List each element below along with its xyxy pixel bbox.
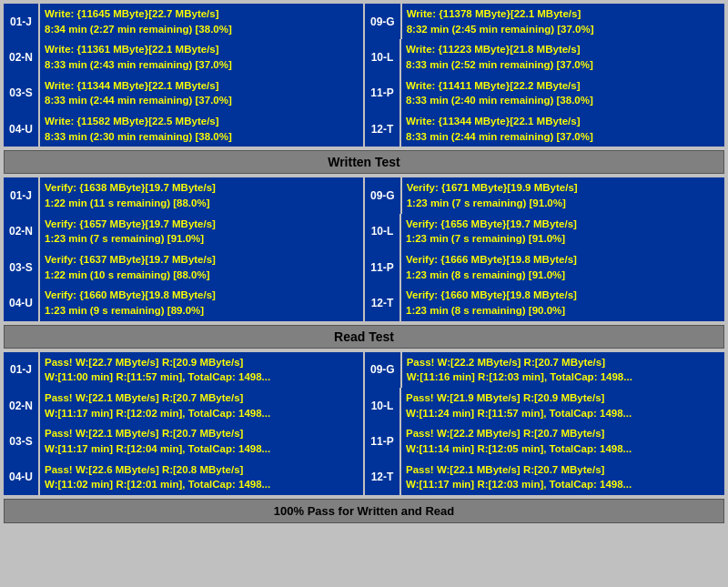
- data-line2: 1:23 min (8 s remaining) [90.0%]: [406, 303, 720, 319]
- data-line2: 8:33 min (2:44 min remaining) [37.0%]: [45, 93, 359, 108]
- device-id: 01-J: [4, 352, 38, 388]
- data-line1: Write: {11344 MByte}[22.1 MByte/s]: [45, 78, 359, 94]
- data-row: 01-J Pass! W:[22.7 MByte/s] R:[20.9 MByt…: [4, 352, 724, 388]
- device-id: 12-T: [365, 111, 399, 147]
- left-cell: 03-S Write: {11344 MByte}[22.1 MByte/s] …: [4, 76, 363, 111]
- data-line2: 8:33 min (2:30 min remaining) [38.0%]: [45, 129, 359, 145]
- data-line2: W:[11:16 min] R:[12:03 min], TotalCap: 1…: [407, 369, 720, 385]
- data-line1: Verify: {1660 MByte}[19.8 MByte/s]: [406, 288, 720, 303]
- data-line1: Verify: {1671 MByte}[19.9 MByte/s]: [407, 180, 720, 196]
- right-cell: 12-T Write: {11344 MByte}[22.1 MByte/s] …: [365, 111, 724, 147]
- left-cell: 02-N Pass! W:[22.1 MByte/s] R:[20.7 MByt…: [4, 388, 363, 423]
- data-line1: Pass! W:[22.1 MByte/s] R:[20.7 MByte/s]: [45, 390, 359, 406]
- device-id: 04-U: [4, 460, 38, 495]
- data-line2: W:[11:17 min] R:[12:04 min], TotalCap: 1…: [45, 441, 359, 457]
- right-cell: 12-T Verify: {1660 MByte}[19.8 MByte/s] …: [365, 285, 724, 320]
- right-cell: 12-T Pass! W:[22.1 MByte/s] R:[20.7 MByt…: [365, 460, 724, 495]
- data-line2: 1:23 min (7 s remaining) [91.0%]: [407, 196, 720, 211]
- data-line1: Pass! W:[22.2 MByte/s] R:[20.7 MByte/s]: [407, 355, 720, 370]
- right-cell: 11-P Pass! W:[22.2 MByte/s] R:[20.7 MByt…: [365, 423, 724, 459]
- data-line1: Verify: {1657 MByte}[19.7 MByte/s]: [45, 217, 359, 232]
- data-line2: W:[11:02 min] R:[12:01 min], TotalCap: 1…: [45, 477, 359, 492]
- data-row: 04-U Verify: {1660 MByte}[19.8 MByte/s] …: [4, 285, 724, 320]
- device-data: Verify: {1637 MByte}[19.7 MByte/s] 1:22 …: [40, 249, 363, 285]
- data-row: 04-U Write: {11582 MByte}[22.5 MByte/s] …: [4, 111, 724, 147]
- data-row: 02-N Pass! W:[22.1 MByte/s] R:[20.7 MByt…: [4, 388, 724, 423]
- data-row: 03-S Pass! W:[22.1 MByte/s] R:[20.7 MByt…: [4, 423, 724, 459]
- device-data: Write: {11378 MByte}[22.1 MByte/s] 8:32 …: [402, 4, 724, 39]
- left-cell: 02-N Verify: {1657 MByte}[19.7 MByte/s] …: [4, 214, 363, 249]
- data-line1: Write: {11582 MByte}[22.5 MByte/s]: [45, 114, 359, 129]
- data-row: 04-U Pass! W:[22.6 MByte/s] R:[20.8 MByt…: [4, 460, 724, 495]
- device-id: 01-J: [4, 177, 38, 213]
- right-cell: 11-P Write: {11411 MByte}[22.2 MByte/s] …: [365, 76, 724, 111]
- device-id: 09-G: [365, 352, 400, 388]
- device-data: Write: {11645 MByte}[22.7 MByte/s] 8:34 …: [40, 4, 363, 39]
- device-data: Pass! W:[21.9 MByte/s] R:[20.9 MByte/s] …: [401, 388, 724, 423]
- device-data: Verify: {1660 MByte}[19.8 MByte/s] 1:23 …: [401, 285, 724, 320]
- device-data: Verify: {1657 MByte}[19.7 MByte/s] 1:23 …: [40, 214, 363, 249]
- data-line1: Verify: {1666 MByte}[19.8 MByte/s]: [406, 252, 720, 268]
- data-line1: Pass! W:[22.1 MByte/s] R:[20.7 MByte/s]: [45, 426, 359, 441]
- device-id: 11-P: [365, 423, 399, 459]
- data-line2: 8:34 min (2:27 min remaining) [38.0%]: [45, 22, 359, 37]
- write-section: 01-J Write: {11645 MByte}[22.7 MByte/s] …: [4, 4, 724, 147]
- device-data: Write: {11361 MByte}[22.1 MByte/s] 8:33 …: [40, 39, 363, 75]
- data-row: 01-J Write: {11645 MByte}[22.7 MByte/s] …: [4, 4, 724, 39]
- data-line2: 8:33 min (2:44 min remaining) [37.0%]: [406, 129, 720, 145]
- device-data: Pass! W:[22.1 MByte/s] R:[20.7 MByte/s] …: [40, 388, 363, 423]
- data-line2: 1:22 min (11 s remaining) [88.0%]: [45, 196, 359, 211]
- left-cell: 03-S Pass! W:[22.1 MByte/s] R:[20.7 MByt…: [4, 423, 363, 459]
- data-line2: 8:33 min (2:52 min remaining) [37.0%]: [406, 57, 720, 73]
- written-test-header: Written Test: [4, 150, 724, 174]
- data-row: 03-S Write: {11344 MByte}[22.1 MByte/s] …: [4, 76, 724, 111]
- data-line1: Pass! W:[22.6 MByte/s] R:[20.8 MByte/s]: [45, 462, 359, 478]
- device-id: 01-J: [4, 4, 38, 39]
- device-data: Verify: {1671 MByte}[19.9 MByte/s] 1:23 …: [402, 177, 724, 213]
- left-cell: 04-U Pass! W:[22.6 MByte/s] R:[20.8 MByt…: [4, 460, 363, 495]
- data-line2: W:[11:24 min] R:[11:57 min], TotalCap: 1…: [406, 406, 720, 421]
- left-cell: 04-U Write: {11582 MByte}[22.5 MByte/s] …: [4, 111, 363, 147]
- device-id: 10-L: [365, 214, 399, 249]
- data-row: 02-N Write: {11361 MByte}[22.1 MByte/s] …: [4, 39, 724, 75]
- data-line1: Pass! W:[22.7 MByte/s] R:[20.9 MByte/s]: [45, 355, 359, 370]
- device-data: Verify: {1666 MByte}[19.8 MByte/s] 1:23 …: [401, 249, 724, 285]
- data-line2: 1:23 min (9 s remaining) [89.0%]: [45, 303, 359, 319]
- data-line1: Pass! W:[22.2 MByte/s] R:[20.7 MByte/s]: [406, 426, 720, 441]
- device-id: 09-G: [365, 177, 400, 213]
- left-cell: 02-N Write: {11361 MByte}[22.1 MByte/s] …: [4, 39, 363, 75]
- device-data: Write: {11344 MByte}[22.1 MByte/s] 8:33 …: [401, 111, 724, 147]
- device-data: Verify: {1660 MByte}[19.8 MByte/s] 1:23 …: [40, 285, 363, 320]
- read-test-header: Read Test: [4, 325, 724, 349]
- device-data: Pass! W:[22.6 MByte/s] R:[20.8 MByte/s] …: [40, 460, 363, 495]
- device-id: 11-P: [365, 76, 399, 111]
- data-line1: Verify: {1656 MByte}[19.7 MByte/s]: [406, 217, 720, 232]
- device-id: 02-N: [4, 214, 38, 249]
- right-cell: 09-G Verify: {1671 MByte}[19.9 MByte/s] …: [365, 177, 724, 213]
- data-line1: Write: {11645 MByte}[22.7 MByte/s]: [45, 6, 359, 22]
- right-cell: 10-L Pass! W:[21.9 MByte/s] R:[20.9 MByt…: [365, 388, 724, 423]
- data-line1: Write: {11361 MByte}[22.1 MByte/s]: [45, 42, 359, 57]
- left-cell: 01-J Verify: {1638 MByte}[19.7 MByte/s] …: [4, 177, 363, 213]
- right-cell: 11-P Verify: {1666 MByte}[19.8 MByte/s] …: [365, 249, 724, 285]
- device-data: Write: {11582 MByte}[22.5 MByte/s] 8:33 …: [40, 111, 363, 147]
- data-line1: Verify: {1660 MByte}[19.8 MByte/s]: [45, 288, 359, 303]
- left-cell: 03-S Verify: {1637 MByte}[19.7 MByte/s] …: [4, 249, 363, 285]
- data-row: 01-J Verify: {1638 MByte}[19.7 MByte/s] …: [4, 177, 724, 213]
- device-id: 02-N: [4, 39, 38, 75]
- data-line2: 1:23 min (7 s remaining) [91.0%]: [45, 231, 359, 247]
- device-id: 10-L: [365, 39, 399, 75]
- device-data: Write: {11223 MByte}[21.8 MByte/s] 8:33 …: [401, 39, 724, 75]
- device-id: 12-T: [365, 460, 399, 495]
- data-line1: Write: {11411 MByte}[22.2 MByte/s]: [406, 78, 720, 94]
- device-id: 03-S: [4, 76, 38, 111]
- right-cell: 09-G Write: {11378 MByte}[22.1 MByte/s] …: [365, 4, 724, 39]
- left-cell: 04-U Verify: {1660 MByte}[19.8 MByte/s] …: [4, 285, 363, 320]
- data-line2: 8:33 min (2:43 min remaining) [37.0%]: [45, 57, 359, 73]
- data-line2: W:[11:17 min] R:[12:03 min], TotalCap: 1…: [406, 477, 720, 492]
- data-line1: Verify: {1638 MByte}[19.7 MByte/s]: [45, 180, 359, 196]
- data-line1: Verify: {1637 MByte}[19.7 MByte/s]: [45, 252, 359, 268]
- device-id: 11-P: [365, 249, 399, 285]
- device-data: Verify: {1656 MByte}[19.7 MByte/s] 1:23 …: [401, 214, 724, 249]
- main-container: 01-J Write: {11645 MByte}[22.7 MByte/s] …: [0, 0, 728, 527]
